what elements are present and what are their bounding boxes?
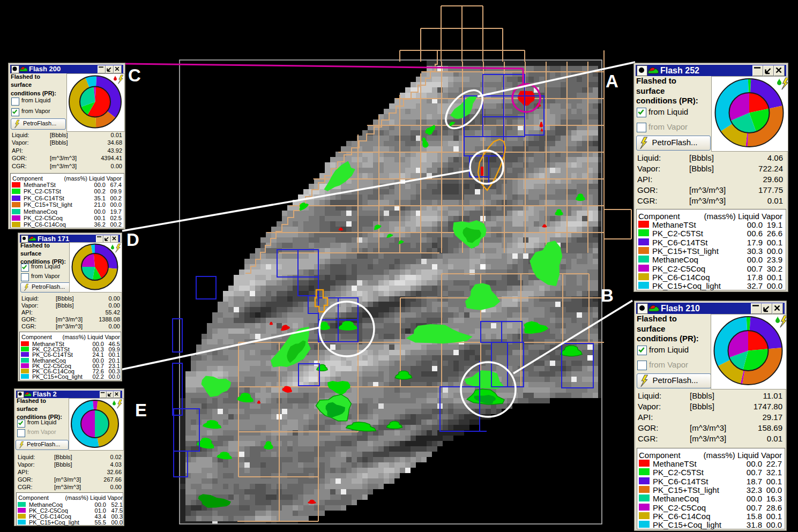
svg-text:E: E — [135, 400, 147, 420]
svg-text:A: A — [606, 71, 618, 91]
svg-text:C: C — [128, 65, 141, 85]
svg-text:B: B — [601, 286, 614, 305]
svg-text:D: D — [126, 230, 139, 250]
